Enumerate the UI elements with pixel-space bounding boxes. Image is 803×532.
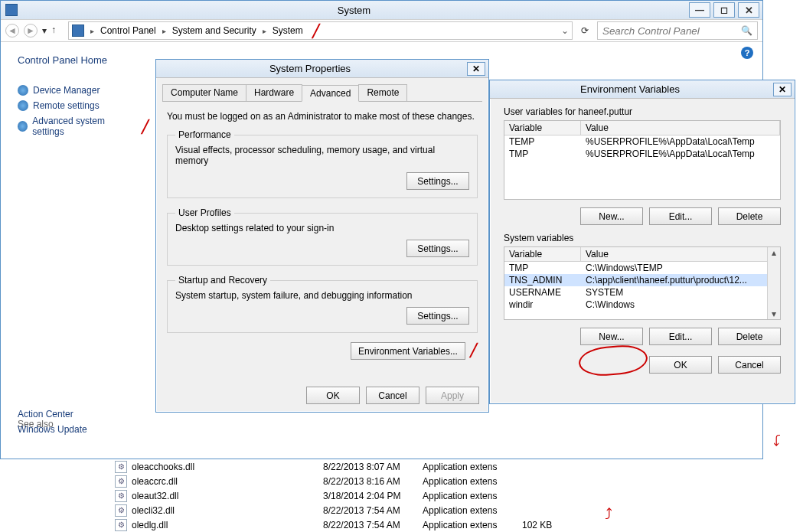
sidebar-item-advanced-system-settings[interactable]: Advanced system settings╱ bbox=[18, 113, 149, 139]
help-icon[interactable]: ? bbox=[741, 47, 753, 59]
col-header[interactable]: Value bbox=[581, 121, 780, 135]
user-edit-button[interactable]: Edit... bbox=[649, 207, 712, 225]
sys-new-button[interactable]: New... bbox=[580, 328, 643, 345]
close-button[interactable]: ✕ bbox=[773, 83, 792, 96]
var-name: USERNAME bbox=[504, 286, 581, 299]
var-value: C:\Windows\TEMP bbox=[581, 262, 780, 274]
user-vars-label: User variables for haneef.puttur bbox=[504, 106, 795, 117]
startup-recovery-group: Startup and Recovery System startup, sys… bbox=[167, 275, 478, 333]
col-header[interactable]: Variable bbox=[504, 247, 581, 261]
col-header[interactable]: Value bbox=[581, 247, 780, 261]
sidebar: Control Panel Home Device Manager Remote… bbox=[1, 42, 154, 139]
file-row[interactable]: oleaccrc.dll8/22/2013 8:16 AMApplication… bbox=[115, 474, 651, 488]
red-annotation: ╱ bbox=[142, 119, 149, 134]
sys-vars-list[interactable]: VariableValue TMPC:\Windows\TEMP TNS_ADM… bbox=[504, 246, 781, 320]
apply-button[interactable]: Apply bbox=[426, 387, 479, 404]
dialog-title: Environment Variables bbox=[490, 83, 770, 95]
sys-vars-label: System variables bbox=[504, 233, 795, 243]
sys-delete-button[interactable]: Delete bbox=[718, 328, 781, 345]
control-panel-home-link[interactable]: Control Panel Home bbox=[18, 54, 149, 66]
shield-icon bbox=[18, 100, 28, 111]
user-new-button[interactable]: New... bbox=[580, 207, 643, 225]
ok-button[interactable]: OK bbox=[649, 356, 712, 374]
close-button[interactable]: ✕ bbox=[467, 62, 485, 76]
maximize-button[interactable]: ◻ bbox=[713, 2, 735, 18]
var-value: C:\app\client\haneef.puttur\product\12..… bbox=[581, 274, 780, 286]
search-box[interactable]: 🔍 bbox=[597, 21, 758, 40]
window-title: System bbox=[22, 5, 686, 16]
location-icon bbox=[72, 24, 84, 37]
up-button[interactable]: ↑ bbox=[51, 24, 64, 37]
ok-button[interactable]: OK bbox=[306, 387, 360, 404]
sys-edit-button[interactable]: Edit... bbox=[649, 328, 712, 345]
dll-icon bbox=[115, 519, 127, 531]
tab-hardware[interactable]: Hardware bbox=[246, 84, 302, 101]
var-value: %USERPROFILE%\AppData\Local\Temp bbox=[581, 135, 780, 148]
search-icon: 🔍 bbox=[741, 25, 752, 36]
dialog-title: System Properties bbox=[156, 63, 464, 74]
titlebar[interactable]: System — ◻ ✕ bbox=[1, 1, 762, 19]
var-name: TEMP bbox=[504, 135, 581, 148]
var-name: TMP bbox=[504, 148, 581, 160]
dialog-titlebar[interactable]: System Properties ✕ bbox=[156, 60, 488, 78]
tab-remote[interactable]: Remote bbox=[358, 84, 407, 101]
performance-group: Performance Visual effects, processor sc… bbox=[167, 129, 478, 198]
forward-button[interactable]: ► bbox=[24, 24, 38, 38]
user-delete-button[interactable]: Delete bbox=[718, 207, 781, 225]
scrollbar[interactable]: ▴▾ bbox=[767, 247, 780, 319]
startup-settings-button[interactable]: Settings... bbox=[406, 307, 469, 325]
group-legend: Performance bbox=[175, 129, 234, 140]
file-list: oleacchooks.dll8/22/2013 8:07 AMApplicat… bbox=[115, 459, 651, 532]
var-name: TNS_ADMIN bbox=[504, 274, 581, 286]
tab-advanced[interactable]: Advanced bbox=[302, 85, 359, 102]
dll-icon bbox=[115, 504, 127, 517]
link-action-center[interactable]: Action Center bbox=[18, 406, 73, 422]
dialog-titlebar[interactable]: Environment Variables ✕ bbox=[490, 80, 795, 99]
cancel-button[interactable]: Cancel bbox=[366, 387, 419, 404]
close-button[interactable]: ✕ bbox=[738, 2, 759, 18]
shield-icon bbox=[18, 121, 28, 132]
group-legend: Startup and Recovery bbox=[175, 275, 270, 286]
breadcrumb-item[interactable]: System bbox=[273, 25, 303, 36]
var-value: SYSTEM bbox=[581, 286, 780, 299]
red-annotation: ⤵ bbox=[773, 432, 781, 450]
breadcrumb-item[interactable]: Control Panel bbox=[100, 25, 156, 36]
navbar: ◄ ► ▾ ↑ Control Panel System and Securit… bbox=[1, 19, 762, 42]
breadcrumb-drop-icon[interactable]: ⌄ bbox=[561, 25, 569, 36]
performance-settings-button[interactable]: Settings... bbox=[406, 172, 469, 190]
shield-icon bbox=[18, 85, 28, 96]
var-name: windir bbox=[504, 299, 581, 311]
admin-note: You must be logged on as an Administrato… bbox=[167, 111, 478, 122]
breadcrumb-item[interactable]: System and Security bbox=[172, 25, 256, 36]
minimize-button[interactable]: — bbox=[689, 2, 710, 18]
user-vars-list[interactable]: VariableValue TEMP%USERPROFILE%\AppData\… bbox=[504, 120, 781, 200]
dll-icon bbox=[115, 461, 127, 473]
tab-computer-name[interactable]: Computer Name bbox=[162, 84, 246, 101]
system-properties-dialog: System Properties ✕ Computer Name Hardwa… bbox=[155, 59, 489, 413]
environment-variables-button[interactable]: Environment Variables... bbox=[351, 342, 465, 360]
sidebar-item-remote-settings[interactable]: Remote settings bbox=[18, 98, 149, 113]
red-annotation: ╱ bbox=[470, 344, 478, 357]
cancel-button[interactable]: Cancel bbox=[718, 356, 781, 374]
group-desc: System startup, system failure, and debu… bbox=[175, 290, 469, 301]
var-name: TMP bbox=[504, 262, 581, 274]
refresh-button[interactable]: ⟳ bbox=[577, 25, 592, 36]
dll-icon bbox=[115, 490, 127, 502]
dll-icon bbox=[115, 475, 127, 488]
group-desc: Visual effects, processor scheduling, me… bbox=[175, 145, 469, 166]
group-legend: User Profiles bbox=[175, 207, 234, 218]
file-row[interactable]: oleacchooks.dll8/22/2013 8:07 AMApplicat… bbox=[115, 459, 651, 474]
col-header[interactable]: Variable bbox=[504, 121, 581, 135]
search-input[interactable] bbox=[602, 25, 741, 37]
system-icon bbox=[5, 4, 18, 16]
link-windows-update[interactable]: Windows Update bbox=[18, 422, 87, 437]
user-profiles-settings-button[interactable]: Settings... bbox=[406, 240, 469, 257]
back-button[interactable]: ◄ bbox=[5, 24, 19, 38]
file-row[interactable]: oleaut32.dll3/18/2014 2:04 PMApplication… bbox=[115, 488, 651, 503]
history-dropdown[interactable]: ▾ bbox=[42, 25, 47, 36]
breadcrumb[interactable]: Control Panel System and Security System… bbox=[68, 21, 573, 40]
file-row[interactable]: oledlg.dll8/22/2013 7:54 AMApplication e… bbox=[115, 517, 651, 532]
file-row[interactable]: olecli32.dll8/22/2013 7:54 AMApplication… bbox=[115, 503, 651, 517]
user-profiles-group: User Profiles Desktop settings related t… bbox=[167, 207, 478, 266]
sidebar-item-device-manager[interactable]: Device Manager bbox=[18, 83, 149, 98]
